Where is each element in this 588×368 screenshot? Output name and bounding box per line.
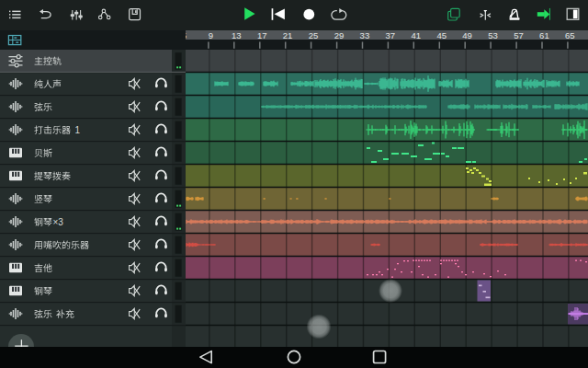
svg-text:×3: ×3: [52, 217, 63, 227]
svg-text:1: 1: [74, 125, 80, 135]
